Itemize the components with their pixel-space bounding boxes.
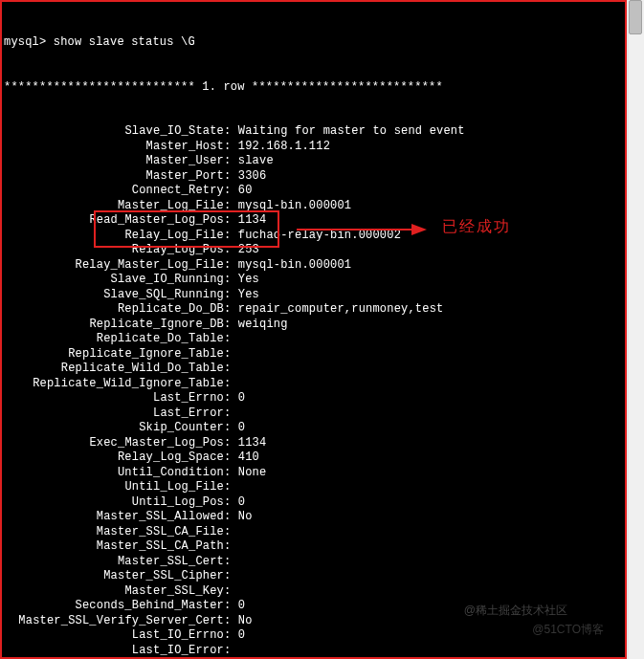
field-label: Exec_Master_Log_Pos (4, 436, 224, 451)
field-label: Master_SSL_Cert (4, 555, 224, 570)
status-field: Seconds_Behind_Master: 0 (4, 599, 623, 614)
status-field: Replicate_Ignore_Table: (4, 347, 623, 362)
field-label: Relay_Log_File (4, 229, 224, 244)
status-field: Read_Master_Log_Pos: 1134 (4, 213, 623, 229)
status-field: Master_Host: 192.168.1.112 (4, 140, 623, 155)
row-header: *************************** 1. row *****… (4, 80, 623, 96)
field-label: Master_SSL_Key (4, 584, 224, 600)
field-label: Relay_Log_Space (4, 450, 224, 466)
field-label: Replicate_Wild_Do_Table (4, 362, 224, 377)
colon: : (224, 243, 238, 256)
field-value: No (238, 510, 253, 523)
field-value: 1134 (238, 436, 267, 450)
colon: : (224, 302, 238, 316)
field-label: Replicate_Do_DB (4, 302, 224, 318)
status-field: Relay_Log_Pos: 253 (4, 243, 623, 258)
field-value: 0 (238, 495, 245, 509)
colon: : (224, 140, 238, 153)
colon: : (224, 184, 238, 197)
status-field: Last_IO_Error: (4, 644, 623, 659)
colon: : (224, 199, 238, 212)
field-value: 1134 (238, 213, 267, 227)
field-label: Last_IO_Error (4, 644, 224, 659)
colon: : (224, 377, 238, 390)
field-label: Master_User (4, 154, 224, 169)
colon: : (224, 599, 238, 612)
terminal-window: mysql> show slave status \G ************… (0, 0, 627, 659)
status-field: Master_SSL_Cert: (4, 555, 623, 570)
colon: : (224, 169, 238, 183)
field-value: weiqing (238, 318, 288, 331)
colon: : (224, 525, 238, 538)
status-field: Relay_Log_Space: 410 (4, 450, 623, 466)
field-label: Master_SSL_CA_Path (4, 539, 224, 555)
field-label: Until_Log_Pos (4, 495, 224, 511)
colon: : (224, 539, 238, 553)
field-value: 60 (238, 184, 253, 197)
status-field: Master_SSL_CA_Path: (4, 539, 623, 555)
status-field: Slave_IO_State: Waiting for master to se… (4, 124, 623, 140)
status-field: Master_SSL_Allowed: No (4, 510, 623, 525)
colon: : (224, 318, 238, 331)
field-value: 0 (238, 599, 245, 612)
scrollbar-thumb[interactable] (629, 0, 642, 34)
field-value: mysql-bin.000001 (238, 199, 351, 212)
field-value: None (238, 466, 267, 479)
field-label: Until_Log_File (4, 480, 224, 495)
field-label: Slave_IO_Running (4, 273, 224, 288)
colon: : (224, 273, 238, 286)
field-label: Skip_Counter (4, 421, 224, 436)
colon: : (224, 258, 238, 272)
colon: : (224, 332, 238, 345)
status-field: Master_SSL_Verify_Server_Cert: No (4, 614, 623, 629)
status-field: Until_Log_Pos: 0 (4, 495, 623, 511)
status-field: Replicate_Do_Table: (4, 332, 623, 347)
field-value: 3306 (238, 169, 267, 183)
field-label: Replicate_Do_Table (4, 332, 224, 347)
status-field: Master_Log_File: mysql-bin.000001 (4, 199, 623, 214)
colon: : (224, 124, 238, 138)
colon: : (224, 347, 238, 361)
field-label: Connect_Retry (4, 184, 224, 199)
field-label: Replicate_Ignore_Table (4, 347, 224, 362)
prompt-line: mysql> show slave status \G (4, 35, 623, 51)
status-field: Until_Log_File: (4, 480, 623, 495)
field-label: Master_Host (4, 140, 224, 155)
colon: : (224, 213, 238, 227)
field-label: Slave_SQL_Running (4, 288, 224, 303)
status-field: Master_User: slave (4, 154, 623, 169)
colon: : (224, 466, 238, 479)
scrollbar-track[interactable] (629, 0, 644, 659)
colon: : (224, 436, 238, 450)
status-field: Replicate_Wild_Ignore_Table: (4, 377, 623, 392)
field-label: Replicate_Wild_Ignore_Table (4, 377, 224, 392)
field-label: Until_Condition (4, 466, 224, 481)
terminal-output[interactable]: mysql> show slave status \G ************… (2, 2, 625, 659)
colon: : (224, 614, 238, 627)
field-label: Master_Port (4, 169, 224, 185)
status-field: Last_Errno: 0 (4, 391, 623, 406)
field-label: Replicate_Ignore_DB (4, 318, 224, 333)
status-field: Slave_IO_Running: Yes (4, 273, 623, 288)
field-label: Relay_Log_Pos (4, 243, 224, 258)
field-value: 0 (238, 391, 245, 405)
status-field: Replicate_Do_DB: repair_computer,runmone… (4, 302, 623, 318)
status-field: Slave_SQL_Running: Yes (4, 288, 623, 303)
field-label: Seconds_Behind_Master (4, 599, 224, 614)
status-field: Replicate_Ignore_DB: weiqing (4, 318, 623, 333)
colon: : (224, 288, 238, 301)
status-field: Master_SSL_CA_File: (4, 525, 623, 540)
colon: : (224, 406, 238, 420)
field-value: 192.168.1.112 (238, 140, 330, 153)
status-field: Relay_Log_File: fuchao-relay-bin.000002 (4, 229, 623, 244)
field-value: repair_computer,runmoney,test (238, 302, 444, 316)
status-field: Last_IO_Errno: 0 (4, 628, 623, 644)
colon: : (224, 391, 238, 405)
status-field: Until_Condition: None (4, 466, 623, 481)
colon: : (224, 584, 238, 598)
colon: : (224, 644, 238, 657)
status-field: Last_Error: (4, 406, 623, 422)
field-value: Yes (238, 288, 259, 301)
field-label: Master_SSL_Verify_Server_Cert (4, 614, 224, 629)
status-field: Skip_Counter: 0 (4, 421, 623, 436)
